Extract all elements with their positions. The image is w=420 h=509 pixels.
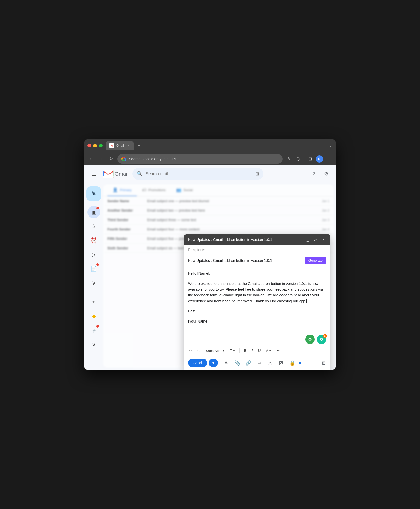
sidebar-item-label1[interactable]: ◆ — [87, 310, 100, 322]
sidebar-item-drafts[interactable]: 📄 — [87, 262, 100, 275]
refresh-button[interactable]: ↻ — [107, 155, 115, 163]
chevron-down-icon: ∨ — [92, 280, 96, 286]
compose-body[interactable]: Hello [Name], We are excited to announce… — [184, 266, 330, 333]
search-filter-icon[interactable]: ⊞ — [255, 171, 259, 177]
undo-button[interactable]: ↩ — [187, 347, 194, 354]
plugin-icon-green[interactable]: ⟳ — [305, 335, 315, 344]
primary-tab-label: Primary — [120, 188, 132, 192]
gmail-content: ☰ Gmail 🔍 ⊞ ? ⚙ — [84, 165, 336, 370]
help-button[interactable]: ? — [308, 169, 319, 179]
gmail-text: Gmail — [115, 171, 128, 177]
extension-button[interactable]: ⬡ — [295, 155, 302, 163]
label1-icon: ◆ — [92, 313, 96, 319]
starred-icon: ☆ — [91, 223, 96, 229]
inbox-icon: ▣ — [91, 209, 96, 215]
compose-button[interactable]: ✎ — [86, 186, 101, 201]
blue-dot-indicator — [299, 362, 301, 364]
promotions-tab-label: Promotions — [148, 188, 166, 192]
tab-promotions[interactable]: 🏷 Promotions — [137, 184, 171, 196]
traffic-lights — [87, 144, 103, 147]
edit-tab-button[interactable]: ✎ — [285, 155, 292, 163]
format-text-button[interactable]: A — [222, 359, 230, 367]
italic-button[interactable]: I — [250, 347, 255, 354]
attach-button[interactable]: 📎 — [233, 359, 241, 367]
redo-button[interactable]: ↪ — [195, 347, 203, 354]
tab-close-button[interactable]: × — [128, 143, 130, 148]
google-logo-icon — [121, 157, 126, 161]
bold-button[interactable]: B — [242, 347, 248, 354]
new-tab-button[interactable]: + — [136, 142, 143, 150]
sidebar-item-inbox[interactable]: ▣ — [87, 206, 100, 218]
expand-compose-button[interactable]: ⤢ — [313, 237, 318, 242]
maximize-window-button[interactable] — [99, 144, 103, 147]
send-button[interactable]: Send — [188, 359, 207, 367]
photo-button[interactable]: 🖼 — [277, 359, 285, 367]
search-icon: 🔍 — [137, 171, 142, 177]
sidebar-item-add[interactable]: + — [87, 296, 100, 308]
compose-body-paragraph: We are excited to announce that the Gmai… — [188, 281, 326, 304]
minimize-compose-button[interactable]: _ — [305, 237, 311, 242]
link-button[interactable]: 🔗 — [244, 359, 252, 367]
more-send-options-button[interactable]: ⋮ — [304, 359, 312, 367]
table-row[interactable]: Sender Name Email subject one — preview … — [103, 196, 334, 206]
settings-button[interactable]: ⚙ — [321, 169, 331, 179]
more-options-button[interactable]: ⋮ — [325, 155, 333, 163]
lock-button[interactable]: 🔒 — [288, 359, 296, 367]
font-size-dropdown-icon: ▼ — [233, 349, 235, 352]
table-row[interactable]: Fourth Sender Email subject four — more … — [103, 225, 334, 234]
close-compose-button[interactable]: × — [320, 237, 326, 242]
back-button[interactable]: ← — [87, 155, 95, 163]
font-family-button[interactable]: Sans Serif ▼ — [204, 347, 227, 354]
sidebar-expand-button[interactable]: ∨ — [87, 276, 100, 289]
sidebar-item-snoozed[interactable]: ⏰ — [87, 234, 100, 247]
address-bar[interactable]: Search Google or type a URL — [117, 154, 283, 164]
more-formatting-button[interactable]: ⋯ — [275, 347, 283, 354]
add-icon: + — [92, 299, 95, 305]
tab-area: M Gmail × + — [106, 141, 326, 150]
generate-button[interactable]: Generate — [305, 257, 326, 264]
sidebar-expand2-button[interactable]: ∨ — [87, 338, 100, 351]
user-avatar-button[interactable]: B — [316, 155, 323, 163]
tab-title: Gmail — [116, 144, 124, 147]
split-view-button[interactable]: ⊟ — [306, 155, 314, 163]
search-bar[interactable]: 🔍 ⊞ — [132, 168, 263, 180]
table-row[interactable]: Another Sender Email subject two — previ… — [103, 206, 334, 215]
send-row: Send ▼ A 📎 🔗 ☺ △ 🖼 🔒 ⋮ 🗑 — [184, 356, 330, 370]
sidebar-item-sent[interactable]: ▷ — [87, 248, 100, 261]
sidebar-item-label2[interactable]: ◈ — [87, 324, 100, 336]
window-controls: ⌄ — [329, 143, 333, 148]
sidebar-item-starred[interactable]: ☆ — [87, 220, 100, 233]
address-bar-text: Search Google or type a URL — [129, 157, 278, 161]
compose-recipients-field[interactable]: Recipients — [184, 245, 330, 255]
search-input[interactable] — [146, 171, 252, 176]
table-row[interactable]: Third Sender Email subject three — some … — [103, 215, 334, 225]
gmail-tab[interactable]: M Gmail × — [106, 141, 134, 150]
minimize-window-button[interactable] — [93, 144, 97, 147]
menu-button[interactable]: ☰ — [89, 169, 99, 179]
underline-button[interactable]: U — [256, 347, 263, 354]
social-tab-label: Social — [184, 188, 193, 192]
chevron-down2-icon: ∨ — [92, 341, 96, 347]
close-window-button[interactable] — [87, 144, 91, 147]
gmail-m-icon — [103, 170, 114, 178]
inbox-badge — [96, 207, 99, 209]
drive-button[interactable]: △ — [266, 359, 274, 367]
font-size-button[interactable]: T ▼ — [228, 347, 237, 354]
compose-closing: Best, — [188, 308, 326, 314]
tab-social[interactable]: 👥 Social — [171, 184, 198, 196]
promotions-tab-icon: 🏷 — [142, 188, 146, 192]
plugin-green-icon: ⟳ — [308, 337, 312, 342]
delete-compose-button[interactable]: 🗑 — [322, 360, 326, 366]
title-bar: M Gmail × + ⌄ — [84, 139, 336, 152]
send-dropdown-button[interactable]: ▼ — [209, 359, 218, 367]
recipients-placeholder: Recipients — [188, 248, 205, 252]
text-color-button[interactable]: A ▼ — [264, 347, 274, 354]
drafts-icon: 📄 — [91, 265, 97, 272]
tab-primary[interactable]: 👤 Primary — [107, 184, 137, 196]
grammarly-icon[interactable]: G 1 — [317, 335, 326, 344]
compose-title: New Updates : Gmail add-on button in ver… — [188, 237, 305, 242]
font-dropdown-icon: ▼ — [222, 349, 225, 352]
window-chevron-icon: ⌄ — [329, 143, 333, 148]
emoji-button[interactable]: ☺ — [255, 359, 263, 367]
forward-button[interactable]: → — [97, 155, 105, 163]
